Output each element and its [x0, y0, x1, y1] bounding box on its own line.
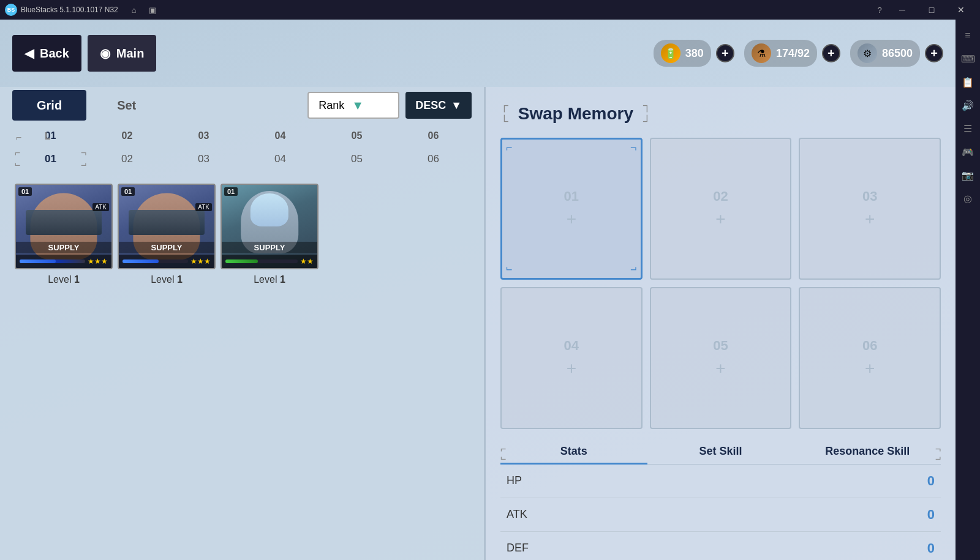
currency-1-add-button[interactable]: +: [716, 44, 734, 62]
card-2-stars: ★★★: [190, 257, 211, 266]
slot-01-plus: +: [567, 209, 576, 229]
col-04-header: 04: [274, 153, 286, 165]
stats-tab-set-skill[interactable]: Set Skill: [647, 439, 794, 464]
main-circle-icon: ◉: [100, 46, 110, 61]
memory-slot-06[interactable]: 06 +: [799, 287, 941, 429]
title-bar: BS BlueStacks 5.1.100.1017 N32 ⌂ ▣ ? ─ □…: [0, 0, 980, 20]
sort-controls: Rank ▼ DESC ▼: [307, 92, 472, 119]
memory-card-3[interactable]: 01 SUPPLY ★★: [221, 184, 318, 269]
currency-2-icon: ⚗: [752, 43, 771, 63]
bs-icon-gamepad[interactable]: 🎮: [957, 141, 979, 163]
memory-slot-01[interactable]: ⌐ ⌐ ⌐ ⌐ 01 +: [500, 138, 643, 280]
minimize-button[interactable]: ─: [888, 0, 916, 20]
card-1-number-badge: 01: [18, 187, 32, 196]
help-icon[interactable]: ?: [872, 4, 887, 16]
col-04-label: 04: [275, 130, 286, 141]
col-01-header: 01: [45, 153, 56, 165]
bs-icon-volume[interactable]: 🔊: [957, 94, 979, 116]
card-3-type: SUPPLY: [222, 242, 317, 253]
slot-01-bracket-bl: ⌐: [506, 264, 513, 275]
grid-cell-2: 01 ATK SUPPLY ★★★ Level 1: [115, 179, 218, 290]
bs-icon-record[interactable]: ◎: [957, 187, 979, 209]
main-button[interactable]: ◉ Main: [88, 35, 157, 72]
bs-icon-keyboard[interactable]: ⌨: [957, 48, 979, 70]
left-panel: Grid Set Rank ▼ DESC ▼ ⌐ 01 L 02: [0, 87, 484, 560]
stat-def-name: DEF: [507, 542, 898, 554]
card-3-stars: ★★: [300, 257, 314, 266]
sort-label: Rank: [318, 99, 344, 112]
stats-tab-resonance-skill[interactable]: Resonance Skill: [794, 439, 941, 464]
card-3-number-badge: 01: [224, 187, 238, 196]
back-button[interactable]: ◀ Back: [12, 35, 81, 72]
currency-3-icon: ⚙: [858, 43, 877, 63]
header-bracket-bl: └: [500, 115, 508, 129]
currency-2-add-button[interactable]: +: [822, 44, 840, 62]
sort-order-button[interactable]: DESC ▼: [405, 92, 472, 119]
memory-card-2[interactable]: 01 ATK SUPPLY ★★★: [118, 184, 216, 269]
bracket-01-br: ⌐: [81, 160, 86, 170]
grid-cell-5: [371, 179, 421, 290]
stat-hp-value: 0: [898, 473, 935, 489]
grid-row-1: 01 ATK SUPPLY ★★★ Level 1: [12, 179, 472, 290]
header-bracket-tl: ┌: [500, 99, 508, 113]
bs-icon-menu[interactable]: ≡: [957, 24, 979, 47]
slot-05-plus: +: [715, 359, 725, 378]
stat-def-value: 0: [898, 540, 935, 556]
stats-header-container: ⌐ ⌐ Stats Set Skill Resonance Skill ⌐ ⌐: [500, 439, 941, 465]
col-05-header: 05: [351, 153, 363, 165]
memory-slots-grid: ⌐ ⌐ ⌐ ⌐ 01 + 02 + 03 + 04 +: [500, 138, 941, 428]
currency-2-value: 174/92: [776, 47, 810, 60]
slot-05-number: 05: [713, 338, 728, 354]
right-panel: ┌ └ Swap Memory ┐ ┘ ⌐ ⌐ ⌐ ⌐ 01 + 02: [486, 87, 956, 560]
top-nav: ◀ Back ◉ Main 🔋 380 +: [0, 20, 956, 87]
home-icon[interactable]: ⌂: [127, 4, 141, 16]
card-1-type: SUPPLY: [16, 242, 111, 253]
card-1-level: Level 1: [48, 274, 80, 285]
stat-row-hp: HP 0: [500, 465, 941, 498]
memory-slot-05[interactable]: 05 +: [650, 287, 792, 429]
card-2-type: SUPPLY: [119, 242, 214, 253]
slot-02-plus: +: [715, 209, 725, 229]
currency-3-add-button[interactable]: +: [925, 44, 943, 62]
tab-bar: Grid Set Rank ▼ DESC ▼: [0, 87, 484, 124]
slot-04-plus: +: [567, 359, 576, 378]
app-body: ◀ Back ◉ Main 🔋 380 +: [0, 20, 980, 560]
stats-bracket-tr: ⌐: [935, 444, 941, 455]
sort-order-icon: ▼: [451, 99, 462, 112]
card-1-stars: ★★★: [88, 257, 108, 266]
tab-grid-button[interactable]: Grid: [12, 90, 86, 121]
bs-icon-settings[interactable]: ☰: [957, 118, 979, 140]
dropdown-arrow-icon: ▼: [352, 99, 364, 113]
tab-set-button[interactable]: Set: [92, 90, 160, 121]
currency-3-value: 86500: [882, 47, 913, 60]
card-1-atk-badge: ATK: [92, 203, 109, 211]
col-05-label: 05: [352, 130, 363, 141]
bs-icon-clipboard[interactable]: 📋: [957, 71, 979, 93]
memory-card-1[interactable]: 01 ATK SUPPLY ★★★: [15, 184, 113, 269]
close-button[interactable]: ✕: [947, 0, 975, 20]
currency-3-item: ⚙ 86500: [850, 40, 920, 67]
sort-order-label: DESC: [415, 99, 446, 112]
maximize-button[interactable]: □: [918, 0, 946, 20]
bluestacks-logo: BS: [5, 4, 17, 16]
memory-slot-02[interactable]: 02 +: [650, 138, 792, 280]
card-2-stars-bar: ★★★: [119, 255, 214, 268]
sort-dropdown[interactable]: Rank ▼: [307, 92, 399, 119]
stat-row-atk: ATK 0: [500, 498, 941, 532]
camera-icon[interactable]: ▣: [145, 4, 160, 16]
column-headers: ⌐ 01 L 02 03 04 05 06: [0, 124, 484, 148]
bs-icon-camera[interactable]: 📷: [957, 164, 979, 186]
col-header-02: 02: [89, 130, 165, 141]
stats-tab-stats[interactable]: Stats: [500, 439, 647, 464]
card-2-atk-badge: ATK: [195, 203, 212, 211]
app-title: BlueStacks 5.1.100.1017 N32: [21, 6, 118, 14]
col-02-header: 02: [121, 153, 133, 165]
bracket-01-tl: ⌐: [15, 148, 20, 158]
swap-memory-title: Swap Memory: [518, 104, 633, 124]
stats-tabs: Stats Set Skill Resonance Skill: [500, 439, 941, 465]
memory-slot-04[interactable]: 04 +: [500, 287, 643, 429]
memory-slot-03[interactable]: 03 +: [799, 138, 941, 280]
slot-04-number: 04: [564, 338, 579, 354]
bs-sidebar: ≡ ⌨ 📋 🔊 ☰ 🎮 📷 ◎: [956, 20, 980, 560]
col-header-03: 03: [165, 130, 242, 141]
